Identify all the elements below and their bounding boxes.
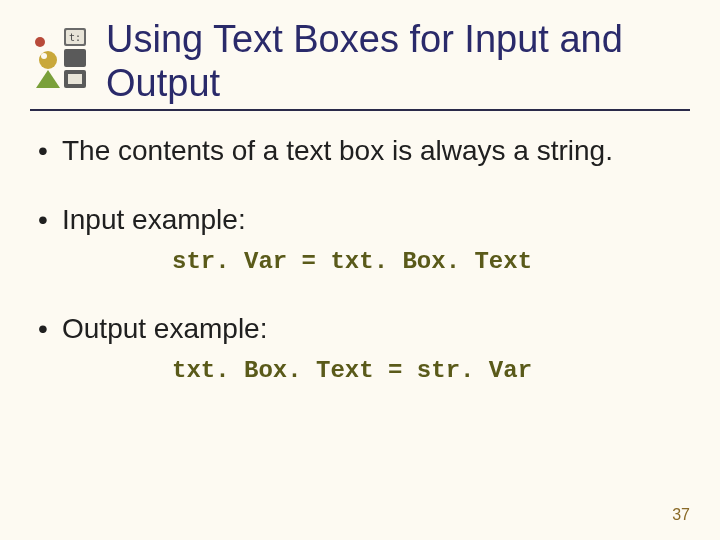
bullet-item: Input example: str. Var = txt. Box. Text	[36, 202, 690, 277]
slide-body: The contents of a text box is always a s…	[30, 133, 690, 386]
slide-header: t: Using Text Boxes for Input and Output	[30, 18, 690, 111]
page-number: 37	[672, 506, 690, 524]
ide-toolbox-logo-icon: t:	[30, 26, 92, 92]
svg-point-9	[35, 37, 45, 47]
svg-point-6	[39, 51, 57, 69]
bullet-item: Output example: txt. Box. Text = str. Va…	[36, 311, 690, 386]
code-sample: txt. Box. Text = str. Var	[172, 356, 690, 386]
svg-marker-8	[36, 70, 60, 88]
bullet-item: The contents of a text box is always a s…	[36, 133, 690, 168]
svg-rect-5	[68, 74, 82, 84]
svg-point-7	[41, 53, 47, 59]
slide-title: Using Text Boxes for Input and Output	[106, 18, 690, 105]
bullet-text: Input example:	[62, 204, 246, 235]
svg-rect-3	[64, 49, 86, 67]
slide: t: Using Text Boxes for Input and Output…	[0, 0, 720, 540]
svg-text:t:: t:	[69, 32, 81, 43]
bullet-text: Output example:	[62, 313, 267, 344]
bullet-text: The contents of a text box is always a s…	[62, 135, 613, 166]
code-sample: str. Var = txt. Box. Text	[172, 247, 690, 277]
